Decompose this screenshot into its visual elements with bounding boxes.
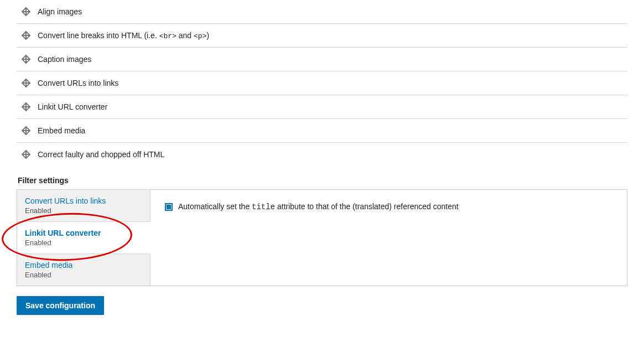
- filter-row[interactable]: Convert line breaks into HTML (i.e. <br>…: [17, 24, 627, 48]
- tab-status: Enabled: [25, 239, 142, 247]
- drag-handle-icon[interactable]: [21, 78, 31, 88]
- tab-title: Convert URLs into links: [25, 196, 142, 205]
- drag-handle-icon[interactable]: [21, 30, 31, 40]
- filter-row[interactable]: Convert URLs into links: [17, 71, 627, 95]
- filter-label: Correct faulty and chopped off HTML: [38, 150, 623, 159]
- filter-row[interactable]: Linkit URL converter: [17, 95, 627, 119]
- filter-label: Convert line breaks into HTML (i.e. <br>…: [38, 31, 623, 40]
- tab-convert-urls[interactable]: Convert URLs into links Enabled: [17, 190, 150, 222]
- checkbox-checked-icon: [167, 205, 171, 209]
- filter-label: Convert URLs into links: [38, 79, 623, 87]
- filter-label: Caption images: [38, 55, 623, 64]
- auto-title-label: Automatically set the title attribute to…: [178, 202, 459, 211]
- drag-handle-icon[interactable]: [21, 126, 31, 136]
- tab-title: Embed media: [25, 261, 142, 270]
- drag-handle-icon[interactable]: [21, 149, 31, 159]
- auto-title-checkbox[interactable]: [165, 203, 173, 211]
- tab-status: Enabled: [25, 206, 142, 215]
- tab-status: Enabled: [25, 271, 142, 279]
- filter-order-list: Align images Convert line breaks into HT…: [17, 0, 627, 166]
- filter-row[interactable]: Embed media: [17, 119, 627, 143]
- save-configuration-button[interactable]: Save configuration: [17, 296, 104, 315]
- filter-label: Linkit URL converter: [38, 102, 623, 111]
- filter-label: Align images: [38, 7, 623, 16]
- drag-handle-icon[interactable]: [21, 7, 31, 17]
- filter-row[interactable]: Caption images: [17, 48, 627, 71]
- filter-row[interactable]: Correct faulty and chopped off HTML: [17, 143, 627, 166]
- drag-handle-icon[interactable]: [21, 54, 31, 64]
- tab-linkit-url-converter[interactable]: Linkit URL converter Enabled: [17, 222, 150, 254]
- filter-row[interactable]: Align images: [17, 0, 627, 24]
- section-heading-filter-settings: Filter settings: [18, 176, 627, 185]
- tab-title: Linkit URL converter: [25, 229, 142, 237]
- filter-settings-content: Automatically set the title attribute to…: [150, 190, 627, 286]
- filter-settings-tabs: Convert URLs into links Enabled Linkit U…: [17, 190, 150, 286]
- drag-handle-icon[interactable]: [21, 102, 31, 112]
- filter-label: Embed media: [38, 126, 623, 135]
- tab-embed-media[interactable]: Embed media Enabled: [17, 254, 150, 286]
- filter-settings-block: Convert URLs into links Enabled Linkit U…: [17, 189, 627, 286]
